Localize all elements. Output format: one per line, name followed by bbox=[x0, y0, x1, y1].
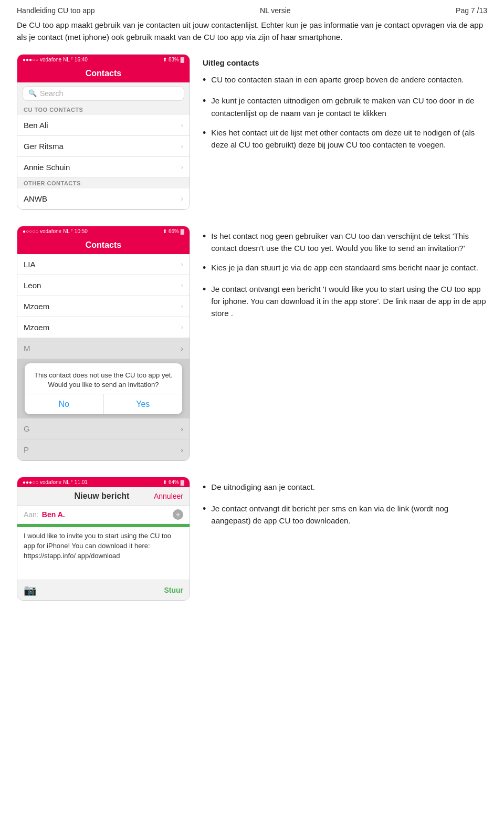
status-right-1: ⬆ 83% ▓ bbox=[163, 57, 184, 62]
msg-to-value: Ben A. bbox=[42, 510, 65, 519]
search-inner-1[interactable]: 🔍 Search bbox=[23, 86, 184, 101]
status-bar-3: ●●●○○ vodafone NL ᵀ 11:01 ⬆ 64% ▓ bbox=[17, 477, 190, 487]
section-3: ●●●○○ vodafone NL ᵀ 11:01 ⬆ 64% ▓ Nieuw … bbox=[17, 477, 487, 601]
dialog-yes-button[interactable]: Yes bbox=[104, 394, 183, 414]
dialog-text: This contact does not use the CU too app… bbox=[25, 363, 182, 394]
chevron-icon: › bbox=[181, 323, 183, 331]
search-icon: 🔍 bbox=[28, 89, 37, 97]
header-right: Pag 7 /13 bbox=[456, 6, 487, 15]
camera-icon[interactable]: 📷 bbox=[24, 584, 37, 596]
section-2: ●○○○○ vodafone NL ᵀ 10:50 ⬆ 66% ▓ Contac… bbox=[17, 226, 487, 461]
search-placeholder: Search bbox=[40, 89, 63, 98]
contact-anwb[interactable]: ANWB › bbox=[17, 188, 190, 209]
chevron-icon: › bbox=[181, 121, 183, 129]
text-col-3: De uitnodiging aan je contact. Je contac… bbox=[203, 477, 487, 534]
bullet-3-1: De uitnodiging aan je contact. bbox=[203, 481, 487, 495]
cu-too-label: CU TOO CONTACTS bbox=[17, 104, 190, 115]
phone-2: ●○○○○ vodafone NL ᵀ 10:50 ⬆ 66% ▓ Contac… bbox=[17, 226, 190, 461]
section-3-bullets: De uitnodiging aan je contact. Je contac… bbox=[203, 481, 487, 527]
section-1-title: Uitleg contacts bbox=[203, 58, 487, 67]
dialog-box: This contact does not use the CU too app… bbox=[25, 363, 182, 414]
section-2-bullets: Is het contact nog geen gebruiker van CU… bbox=[203, 230, 487, 320]
status-bar-1: ●●●○○ vodafone NL ᵀ 16:40 ⬆ 83% ▓ bbox=[17, 55, 190, 65]
contact-mzoem-2[interactable]: Mzoem › bbox=[17, 317, 190, 338]
msg-to-label: Aan: bbox=[24, 510, 39, 519]
page-header: Handleiding CU too app NL versie Pag 7 /… bbox=[0, 0, 504, 19]
contacts-header-2: Contacts bbox=[17, 236, 190, 254]
send-button[interactable]: Stuur bbox=[164, 586, 183, 594]
phone-mockup-2: ●○○○○ vodafone NL ᵀ 10:50 ⬆ 66% ▓ Contac… bbox=[17, 226, 190, 461]
status-left-2: ●○○○○ vodafone NL ᵀ 10:50 bbox=[23, 228, 88, 234]
phone-3: ●●●○○ vodafone NL ᵀ 11:01 ⬆ 64% ▓ Nieuw … bbox=[17, 477, 190, 601]
contact-m-blurred: M › bbox=[17, 338, 190, 359]
msg-to-field: Aan: Ben A. + bbox=[17, 506, 190, 524]
header-left: Handleiding CU too app bbox=[17, 6, 95, 15]
contact-ger-ritsma[interactable]: Ger Ritsma › bbox=[17, 136, 190, 157]
contact-g-blurred: G › bbox=[17, 418, 190, 439]
bullet-2-1: Is het contact nog geen gebruiker van CU… bbox=[203, 230, 487, 255]
status-bar-2: ●○○○○ vodafone NL ᵀ 10:50 ⬆ 66% ▓ bbox=[17, 226, 190, 236]
other-contacts-label: OTHER CONTACTS bbox=[17, 178, 190, 188]
chevron-icon: › bbox=[181, 302, 183, 310]
msg-annuleer-button[interactable]: Annuleer bbox=[154, 492, 183, 500]
text-col-2: Is het contact nog geen gebruiker van CU… bbox=[203, 226, 487, 327]
bullet-1-3: Kies het contact uit de lijst met other … bbox=[203, 127, 487, 151]
section-1-bullets: CU too contacten staan in een aparte gro… bbox=[203, 74, 487, 151]
msg-title: Nieuw bericht bbox=[75, 491, 130, 501]
contacts-header-1: Contacts bbox=[17, 65, 190, 82]
contacts-list-2: LIA › Leon › Mzoem › Mzoem › bbox=[17, 254, 190, 460]
bullet-2-2: Kies je ja dan stuurt je via de app een … bbox=[203, 261, 487, 276]
contact-p-blurred: P › bbox=[17, 439, 190, 460]
contact-lia[interactable]: LIA › bbox=[17, 254, 190, 275]
header-center: NL versie bbox=[260, 6, 291, 15]
status-right-2: ⬆ 66% ▓ bbox=[163, 228, 184, 234]
phone-mockup-3: ●●●○○ vodafone NL ᵀ 11:01 ⬆ 64% ▓ Nieuw … bbox=[17, 477, 190, 601]
phone-mockup-1: ●●●○○ vodafone NL ᵀ 16:40 ⬆ 83% ▓ Contac… bbox=[17, 54, 190, 210]
bullet-1-1: CU too contacten staan in een aparte gro… bbox=[203, 74, 487, 88]
dialog-no-button[interactable]: No bbox=[25, 394, 104, 414]
msg-body[interactable]: I would like to invite you to start usin… bbox=[17, 527, 190, 580]
dialog-overlay: M › This contact does not use the CU too… bbox=[17, 338, 190, 460]
chevron-icon: › bbox=[181, 163, 183, 171]
bullet-3-2: Je contact ontvangt dit bericht per sms … bbox=[203, 502, 487, 527]
status-left-1: ●●●○○ vodafone NL ᵀ 16:40 bbox=[23, 57, 88, 62]
msg-footer: 📷 Stuur bbox=[17, 580, 190, 600]
chevron-icon: › bbox=[181, 194, 183, 203]
dialog-buttons: No Yes bbox=[25, 394, 182, 414]
bullet-1-2: Je kunt je contacten uitnodigen om gebru… bbox=[203, 95, 487, 119]
section-1: ●●●○○ vodafone NL ᵀ 16:40 ⬆ 83% ▓ Contac… bbox=[17, 54, 487, 210]
msg-header: Nieuw bericht Annuleer bbox=[17, 487, 190, 506]
main-content: De CU too app maakt gebruik van je conta… bbox=[0, 19, 504, 633]
status-left-3: ●●●○○ vodafone NL ᵀ 11:01 bbox=[23, 479, 88, 485]
search-bar-1: 🔍 Search bbox=[17, 82, 190, 104]
chevron-icon: › bbox=[181, 142, 183, 150]
status-right-3: ⬆ 64% ▓ bbox=[163, 479, 184, 485]
contact-annie-schuin[interactable]: Annie Schuin › bbox=[17, 157, 190, 178]
bullet-2-3: Je contact ontvangt een bericht 'I would… bbox=[203, 283, 487, 320]
msg-add-recipient-icon[interactable]: + bbox=[173, 509, 183, 520]
contact-ben-ali[interactable]: Ben Ali › bbox=[17, 115, 190, 136]
text-col-1: Uitleg contacts CU too contacten staan i… bbox=[203, 54, 487, 159]
intro-text: De CU too app maakt gebruik van je conta… bbox=[17, 19, 487, 44]
phone-1: ●●●○○ vodafone NL ᵀ 16:40 ⬆ 83% ▓ Contac… bbox=[17, 54, 190, 210]
contact-mzoem-1[interactable]: Mzoem › bbox=[17, 296, 190, 317]
contact-leon[interactable]: Leon › bbox=[17, 275, 190, 296]
chevron-icon: › bbox=[181, 281, 183, 289]
chevron-icon: › bbox=[181, 260, 183, 268]
